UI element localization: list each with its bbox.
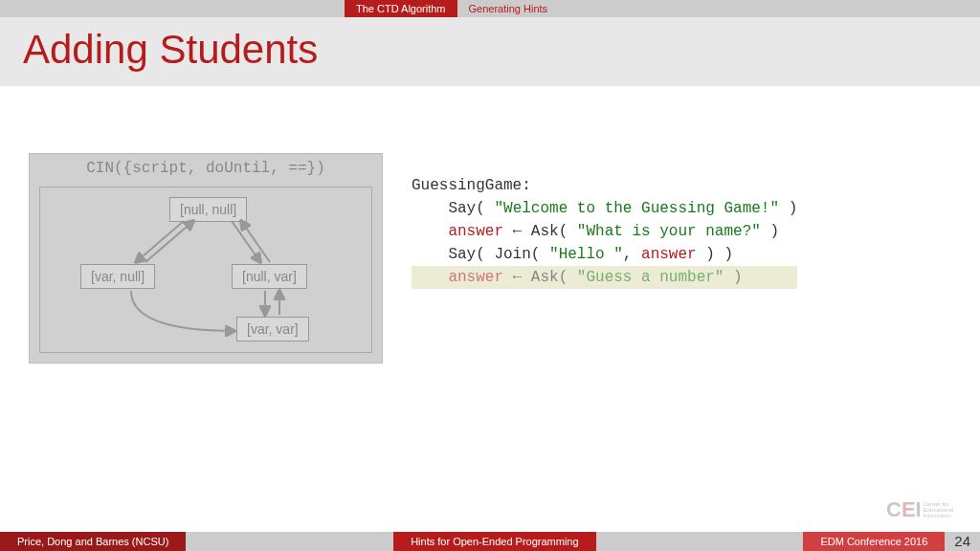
page-number: 24	[945, 532, 980, 551]
slide-title: Adding Students	[23, 27, 957, 73]
tab-spacer	[0, 0, 345, 17]
footer-gap1	[186, 532, 393, 551]
footer-gap2	[596, 532, 804, 551]
footer-title: Hints for Open-Ended Programming	[393, 532, 595, 551]
logo-letter-e: E	[902, 497, 916, 522]
tab-generating-hints: Generating Hints	[457, 0, 560, 17]
slide-content: CIN({script, doUntil, ==}) [null, null] …	[0, 86, 980, 364]
footer-venue: EDM Conference 2016	[803, 532, 945, 551]
diagram-body: [null, null] [var, null] [null, var] [va…	[39, 187, 372, 353]
slide-footer: Price, Dong and Barnes (NCSU) Hints for …	[0, 532, 980, 551]
footer-authors: Price, Dong and Barnes (NCSU)	[0, 532, 186, 551]
tab-ctd-algorithm: The CTD Algorithm	[345, 0, 457, 17]
logo-subtitle: Center for Educational Informatics	[924, 501, 953, 518]
logo-letter-i: I	[916, 497, 922, 522]
diagram-arrows	[40, 187, 371, 352]
svg-line-1	[145, 221, 193, 262]
svg-line-0	[136, 221, 184, 262]
title-band: Adding Students	[0, 17, 980, 86]
logo-letter-c: C	[886, 497, 902, 522]
code-line-3: Say( Join( "Hello ", answer ) )	[412, 243, 797, 266]
code-block: GuessingGame: Say( "Welcome to the Guess…	[412, 153, 797, 364]
code-line-2: answer ← Ask( "What is your name?" )	[412, 220, 797, 243]
code-line-1: Say( "Welcome to the Guessing Game!" )	[412, 197, 797, 220]
code-line-0: GuessingGame:	[412, 174, 797, 197]
section-tabs: The CTD Algorithm Generating Hints	[0, 0, 980, 17]
cei-logo: C E I Center for Educational Informatics	[886, 494, 972, 526]
code-line-4-highlighted: answer ← Ask( "Guess a number" )	[412, 266, 797, 289]
diagram-header: CIN({script, doUntil, ==})	[30, 154, 382, 183]
cin-diagram: CIN({script, doUntil, ==}) [null, null] …	[29, 153, 383, 364]
